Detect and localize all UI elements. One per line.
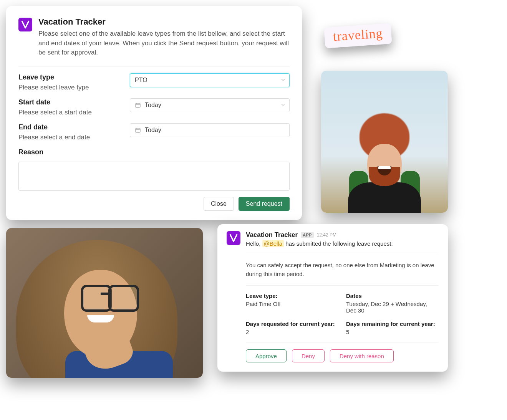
calendar-icon bbox=[135, 127, 141, 133]
traveling-sticker: traveling bbox=[324, 23, 392, 48]
form-title: Vacation Tracker bbox=[38, 17, 290, 27]
leave-type-row: Leave type Please select leave type PTO bbox=[18, 73, 290, 91]
days-requested-value: 2 bbox=[246, 329, 338, 335]
message-body: You can safely accept the request, no on… bbox=[246, 261, 439, 278]
photo-woman-glasses bbox=[6, 228, 203, 378]
days-remaining-value: 5 bbox=[346, 329, 439, 335]
close-button[interactable]: Close bbox=[204, 197, 234, 211]
user-mention[interactable]: @Bella bbox=[262, 240, 284, 247]
leave-type-label: Leave type bbox=[18, 73, 130, 81]
message-app-name: Vacation Tracker bbox=[246, 231, 298, 239]
message-timestamp: 12:42 PM bbox=[317, 232, 336, 238]
days-remaining-key: Days remaining for current year: bbox=[346, 321, 439, 327]
calendar-icon bbox=[135, 102, 141, 108]
leave-type-key: Leave type: bbox=[246, 293, 338, 299]
reason-label: Reason bbox=[18, 148, 290, 156]
deny-button[interactable]: Deny bbox=[292, 349, 325, 362]
deny-with-reason-button[interactable]: Deny with reason bbox=[330, 349, 394, 362]
photo-hiker bbox=[321, 71, 448, 213]
leave-type-value: Paid Time Off bbox=[246, 301, 338, 307]
end-date-sublabel: Please select a end date bbox=[18, 134, 130, 141]
leave-type-select[interactable]: PTO bbox=[130, 73, 290, 87]
dates-value: Tuesday, Dec 29 + Wednesday, Dec 30 bbox=[346, 301, 439, 314]
dates-key: Dates bbox=[346, 293, 439, 299]
app-logo-icon bbox=[18, 18, 32, 31]
end-date-input[interactable]: Today bbox=[130, 123, 290, 137]
message-actions: Approve Deny Deny with reason bbox=[246, 349, 439, 362]
approve-button[interactable]: Approve bbox=[246, 349, 287, 362]
form-actions: Close Send request bbox=[18, 197, 290, 211]
chevron-down-icon bbox=[281, 77, 285, 84]
start-date-row: Start date Please select a start date To… bbox=[18, 98, 290, 116]
app-logo-icon bbox=[227, 231, 240, 245]
reason-textarea[interactable] bbox=[18, 162, 290, 191]
leave-request-form: Vacation Tracker Please select one of th… bbox=[6, 6, 302, 220]
leave-request-message: Vacation Tracker APP 12:42 PM Hello, @Be… bbox=[217, 224, 448, 372]
start-date-value: Today bbox=[145, 102, 161, 109]
sticker-text: traveling bbox=[333, 26, 383, 44]
chevron-down-icon bbox=[281, 102, 285, 109]
svg-rect-0 bbox=[136, 103, 140, 107]
end-date-row: End date Please select a end date Today bbox=[18, 123, 290, 141]
start-date-input[interactable]: Today bbox=[130, 98, 290, 112]
divider bbox=[246, 254, 439, 254]
start-date-sublabel: Please select a start date bbox=[18, 109, 130, 116]
days-requested-key: Days requested for current year: bbox=[246, 321, 338, 327]
divider bbox=[246, 342, 439, 342]
leave-type-sublabel: Please select leave type bbox=[18, 84, 130, 91]
divider bbox=[246, 285, 439, 286]
message-greeting: Hello, @Bella has submitted the followin… bbox=[246, 240, 439, 247]
app-badge: APP bbox=[301, 232, 314, 238]
send-request-button[interactable]: Send request bbox=[239, 197, 290, 211]
form-header: Vacation Tracker Please select one of th… bbox=[18, 17, 290, 58]
reason-row: Reason bbox=[18, 148, 290, 192]
message-header: Vacation Tracker APP 12:42 PM Hello, @Be… bbox=[227, 231, 439, 247]
start-date-label: Start date bbox=[18, 98, 130, 106]
svg-rect-4 bbox=[136, 128, 140, 132]
divider bbox=[18, 66, 290, 66]
end-date-label: End date bbox=[18, 123, 130, 131]
form-description: Please select one of the available leave… bbox=[38, 29, 290, 58]
leave-type-value: PTO bbox=[135, 77, 147, 84]
end-date-value: Today bbox=[145, 127, 161, 134]
message-details-grid: Leave type: Paid Time Off Dates Tuesday,… bbox=[246, 293, 439, 335]
